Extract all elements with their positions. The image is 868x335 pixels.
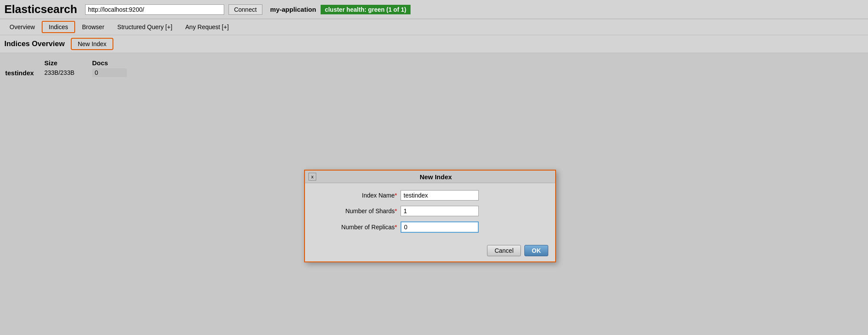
table-row: testindex 233B/233B 0: [5, 68, 863, 77]
num-shards-input[interactable]: [401, 206, 479, 216]
header: Elasticsearch Connect my-application clu…: [0, 0, 868, 19]
form-row-num-replicas: Number of Replicas*: [314, 221, 547, 233]
num-replicas-label: Number of Replicas*: [314, 224, 401, 231]
dialog-titlebar: x New Index: [305, 171, 555, 183]
col-size-header: Size: [44, 59, 92, 67]
connect-button[interactable]: Connect: [229, 4, 262, 15]
cancel-button[interactable]: Cancel: [487, 245, 521, 256]
new-index-button[interactable]: New Index: [71, 38, 113, 50]
tab-browser[interactable]: Browser: [76, 22, 110, 32]
table-headers: Size Docs: [5, 57, 863, 68]
tab-any-request[interactable]: Any Request [+]: [179, 22, 235, 32]
index-size-cell: 233B/233B: [44, 69, 92, 76]
index-name-label: Index Name*: [314, 192, 401, 199]
new-index-dialog: x New Index Index Name* Number of Shards…: [304, 170, 556, 262]
ok-button[interactable]: OK: [524, 245, 548, 256]
index-name-cell: testindex: [5, 69, 44, 77]
overview-bar: Indices Overview New Index: [0, 35, 868, 53]
col-docs-header: Docs: [92, 59, 127, 67]
nav-bar: Overview Indices Browser Structured Quer…: [0, 19, 868, 35]
cluster-health-badge: cluster health: green (1 of 1): [321, 5, 411, 14]
form-row-index-name: Index Name*: [314, 190, 547, 201]
num-replicas-input[interactable]: [401, 221, 479, 233]
index-docs-cell: 0: [92, 68, 127, 77]
index-name-input[interactable]: [401, 190, 479, 201]
dialog-close-button[interactable]: x: [308, 173, 316, 181]
dialog-footer: Cancel OK: [305, 242, 555, 261]
dialog-title: New Index: [320, 173, 552, 181]
tab-structured-query[interactable]: Structured Query [+]: [111, 22, 178, 32]
url-input[interactable]: [85, 4, 224, 15]
tab-overview[interactable]: Overview: [3, 22, 41, 32]
num-shards-label: Number of Shards*: [314, 208, 401, 214]
form-row-num-shards: Number of Shards*: [314, 206, 547, 216]
app-title: Elasticsearch: [4, 3, 77, 16]
main-content: Size Docs testindex 233B/233B 0: [0, 53, 868, 81]
tab-indices[interactable]: Indices: [42, 21, 75, 33]
app-name: my-application: [270, 6, 316, 13]
dialog-body: Index Name* Number of Shards* Number of …: [305, 183, 555, 242]
overview-title: Indices Overview: [4, 40, 65, 48]
